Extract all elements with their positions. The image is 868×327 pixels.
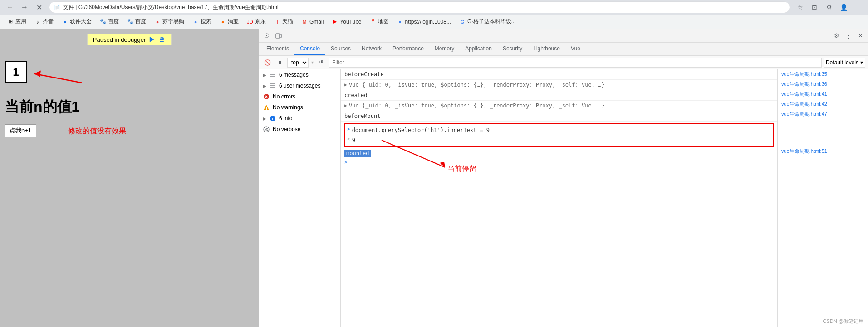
douyin-icon: ♪ [34,19,41,25]
bookmark-search[interactable]: ● 搜索 [189,17,215,26]
svg-rect-2 [160,41,164,42]
mounted-label: mounted [344,150,371,157]
bookmark-baidu2[interactable]: 🐾 百度 [123,17,150,26]
heading-text: 当前n的值1 [5,98,79,115]
file-ref-41[interactable]: vue生命周期.html:41 [778,89,868,99]
extension-icon[interactable]: ⚙ [823,1,835,14]
expand-btn-2[interactable]: ▶ [344,103,347,108]
svg-text:⚙: ⚙ [265,127,269,132]
step-over-button[interactable] [158,36,166,43]
bookmark-software[interactable]: ● 软件大全 [58,17,95,26]
bookmark-tmall[interactable]: T 天猫 [270,17,297,26]
annotation-text-value: 修改的值没有效果 [68,127,126,135]
address-bar[interactable]: 📄 文件 | G:/360MoveData/Users/静小文/Desktop/… [49,1,790,13]
bookmark-apps[interactable]: ⊞ 应用 [4,17,30,26]
console-clear-btn[interactable]: 🚫 [262,57,273,68]
command-prompt: > [347,126,350,132]
tab-elements[interactable]: Elements [261,43,294,55]
devtools-select-btn[interactable]: ☉ [261,30,273,42]
dropdown-arrow: ▾ [860,59,863,66]
console-log: beforeCreate ▶ Vue {_uid: 0, _isVue: tru… [341,69,777,327]
bookmark-gmail[interactable]: M Gmail [298,18,327,26]
file-ref-51[interactable]: vue生命周期.html:51 [778,146,868,156]
log-command: > document.querySelector('h1').innerText… [347,125,771,135]
default-levels-dropdown[interactable]: Default levels ▾ [824,58,865,68]
expand-arrow-usermessages: ▶ [263,83,266,88]
browser-chrome: ← → ✕ 📄 文件 | G:/360MoveData/Users/静小文/De… [0,0,868,29]
bookmark-gmail-label: Gmail [309,19,324,25]
sidebar-nowarnings-label: No warnings [273,104,303,111]
filter-input[interactable] [329,58,822,68]
menu-icon[interactable]: ⋮ [852,1,864,14]
info-icon: i [269,115,276,122]
close-button[interactable]: ✕ [33,1,45,14]
bookmark-taobao[interactable]: ● 淘宝 [216,17,242,26]
tab-application[interactable]: Application [460,43,497,55]
svg-text:!: ! [266,106,267,111]
context-select[interactable]: top [287,58,309,68]
resume-button[interactable] [148,36,156,43]
baidu1-icon: 🐾 [100,19,106,25]
log-text-beforemount: beforeMount [344,112,774,120]
tab-sources[interactable]: Sources [325,43,356,55]
bookmark-suning[interactable]: ● 苏宁易购 [151,17,188,26]
cast-icon[interactable]: ⊡ [808,1,821,14]
svg-text:i: i [272,117,274,121]
sidebar-6info[interactable]: ▶ i 6 info [259,113,340,124]
file-ref-35[interactable]: vue生命周期.html:35 [778,69,868,79]
expand-btn-1[interactable]: ▶ [344,82,347,87]
bookmark-youtube[interactable]: ▶ YouTube [328,18,365,26]
bookmark-login[interactable]: ● https://login.1008... [393,18,455,26]
devtools-more-btn[interactable]: ⋮ [843,30,854,42]
sidebar-usermessages-label: 6 user messages [279,83,320,89]
sidebar-6messages[interactable]: ▶ 6 messages [259,69,340,80]
devtools-settings-btn[interactable]: ⚙ [831,30,843,42]
sidebar-noerrors[interactable]: No errors [259,91,340,102]
bookmark-star[interactable]: ☆ [794,1,806,14]
sidebar-noverbose[interactable]: ⚙ No verbose [259,124,340,135]
sidebar-nowarnings[interactable]: ! No warnings [259,102,340,113]
log-vue-obj-2[interactable]: ▶ Vue {_uid: 0, _isVue: true, $options: … [341,101,777,111]
tab-memory[interactable]: Memory [429,43,460,55]
log-beforecreate: beforeCreate [341,69,777,80]
log-mounted: mounted [341,149,777,158]
tab-security[interactable]: Security [497,43,528,55]
maps-icon: 📍 [370,19,376,25]
file-ref-47[interactable]: vue生命周期.html:47 [778,109,868,119]
svg-rect-5 [276,34,280,38]
nav-buttons: ← → ✕ [4,1,45,14]
bookmark-jd-label: 京东 [255,18,266,25]
file-ref-36[interactable]: vue生命周期.html:36 [778,79,868,89]
tab-vue[interactable]: Vue [565,43,586,55]
bookmark-baidu1[interactable]: 🐾 百度 [96,17,123,26]
profile-icon[interactable]: 👤 [837,1,850,14]
bookmark-gezi[interactable]: G G·格子达本科毕设... [456,17,520,26]
button-label: 点我n+1 [10,127,31,134]
n1-button[interactable]: 点我n+1 [5,124,36,137]
bookmark-douyin[interactable]: ♪ 抖音 [31,17,57,26]
tab-lighthouse[interactable]: Lighthouse [528,43,565,55]
tab-console[interactable]: Console [294,43,325,55]
log-beforemount: beforeMount [341,111,777,122]
console-pause-btn[interactable]: ⏸ [275,57,285,68]
resume-icon [148,36,156,43]
sidebar-noverbose-label: No verbose [273,126,300,132]
bookmark-jd[interactable]: JD 京东 [243,17,270,26]
forward-button[interactable]: → [18,1,31,14]
file-ref-42[interactable]: vue生命周期.html:42 [778,99,868,109]
sidebar-6usermessages[interactable]: ▶ 6 user messages [259,80,340,91]
back-button[interactable]: ← [4,1,16,14]
tab-network[interactable]: Network [356,43,387,55]
devtools-close-btn[interactable]: ✕ [854,30,866,42]
lock-icon: 📄 [54,5,60,10]
bookmark-maps[interactable]: 📍 地图 [366,17,392,26]
bookmark-baidu1-label: 百度 [108,18,119,25]
messages-list-icon [269,71,276,78]
eye-btn[interactable]: 👁 [316,57,327,68]
log-vue-obj-1[interactable]: ▶ Vue {_uid: 0, _isVue: true, $options: … [341,80,777,90]
log-text-created: created [344,91,774,99]
log-text-vue2: Vue {_uid: 0, _isVue: true, $options: {…… [349,102,774,110]
tab-performance[interactable]: Performance [387,43,429,55]
devtools-device-btn[interactable] [273,30,284,42]
svg-marker-0 [150,37,154,42]
